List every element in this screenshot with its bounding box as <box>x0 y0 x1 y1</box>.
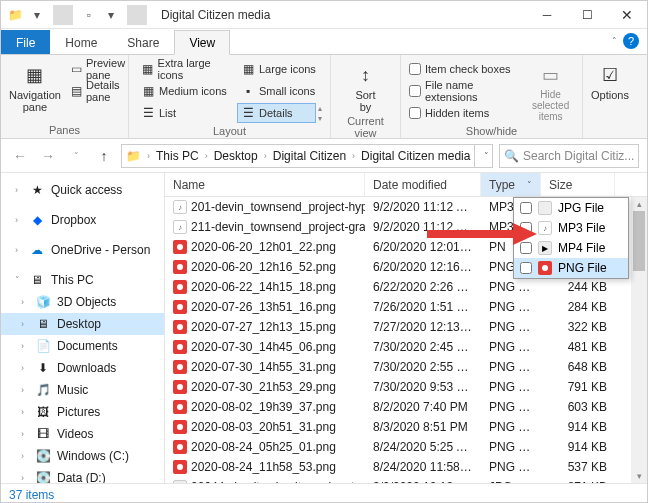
type-filter-dropdown[interactable]: JPG File♪MP3 File▶MP4 FilePNG File <box>513 197 629 279</box>
tab-file[interactable]: File <box>1 30 50 54</box>
file-date: 3/9/2020 10:13 AM <box>365 480 481 483</box>
sidebar-item-videos[interactable]: ›🎞Videos <box>1 423 164 445</box>
up-button[interactable]: ↑ <box>93 145 115 167</box>
help-icon[interactable]: ? <box>623 33 639 49</box>
view-details-button[interactable]: ☰Details <box>237 103 316 123</box>
qat-new-icon[interactable]: ▾ <box>101 5 121 25</box>
file-name: 211-devin_townsend_project-grace.m... <box>191 220 365 234</box>
hide-icon: ▭ <box>539 63 563 87</box>
options-icon: ☑ <box>598 63 622 87</box>
details-pane-button[interactable]: ▤Details pane <box>67 81 132 101</box>
file-row[interactable]: 2020-07-30_21h53_29.png7/30/2020 9:53 PM… <box>165 377 647 397</box>
file-row[interactable]: 2020-07-30_14h55_31.png7/30/2020 2:55 PM… <box>165 357 647 377</box>
minimize-button[interactable]: ─ <box>527 1 567 29</box>
file-type-icon <box>173 380 187 394</box>
file-row[interactable]: 2020-08-02_19h39_37.png8/2/2020 7:40 PMP… <box>165 397 647 417</box>
navigation-tree[interactable]: ›★Quick access ›◆Dropbox ›☁OneDrive - Pe… <box>1 173 165 483</box>
sidebar-item-documents[interactable]: ›📄Documents <box>1 335 164 357</box>
filter-checkbox[interactable] <box>520 262 532 274</box>
filter-option[interactable]: PNG File <box>514 258 628 278</box>
dropdown-icon[interactable]: ˅ <box>527 180 532 190</box>
hide-selected-button[interactable]: ▭ Hide selected items <box>527 59 574 122</box>
view-list-button[interactable]: ☰List <box>137 103 235 123</box>
column-date[interactable]: Date modified <box>365 173 481 196</box>
view-large-button[interactable]: ▦Large icons <box>237 59 322 79</box>
close-button[interactable]: ✕ <box>607 1 647 29</box>
file-size: 481 KB <box>541 340 615 354</box>
tab-view[interactable]: View <box>174 30 230 55</box>
sidebar-item-cdrive[interactable]: ›💽Windows (C:) <box>1 445 164 467</box>
sidebar-item-music[interactable]: ›🎵Music <box>1 379 164 401</box>
file-row[interactable]: 2020-08-03_20h51_31.png8/3/2020 8:51 PMP… <box>165 417 647 437</box>
file-row[interactable]: 2020-08-24_05h25_01.png8/24/2020 5:25 AM… <box>165 437 647 457</box>
sidebar-item-ddrive[interactable]: ›💽Data (D:) <box>1 467 164 483</box>
file-type: PNG File <box>481 300 541 314</box>
file-type-icon <box>173 320 187 334</box>
file-row[interactable]: 2020-07-27_12h13_15.png7/27/2020 12:13 P… <box>165 317 647 337</box>
file-name: 2020-07-30_21h53_29.png <box>191 380 336 394</box>
sidebar-item-pictures[interactable]: ›🖼Pictures <box>1 401 164 423</box>
scroll-thumb[interactable] <box>633 211 645 271</box>
options-button[interactable]: ☑ Options <box>591 59 629 101</box>
file-row[interactable]: 90644-sin-city-sin-city-andquot-gailan..… <box>165 477 647 483</box>
file-extensions-toggle[interactable]: File name extensions <box>409 81 521 101</box>
filter-option[interactable]: JPG File <box>514 198 628 218</box>
sort-by-button[interactable]: ↕ Sort by <box>339 59 392 113</box>
back-button[interactable]: ← <box>9 145 31 167</box>
file-type: PNG File <box>481 280 541 294</box>
column-size[interactable]: Size <box>541 173 615 196</box>
file-type-icon: ♪ <box>173 220 187 234</box>
sidebar-item-this-pc[interactable]: ˅🖥This PC <box>1 269 164 291</box>
qat-dropdown-icon[interactable]: ▾ <box>27 5 47 25</box>
item-checkboxes-toggle[interactable]: Item check boxes <box>409 59 521 79</box>
file-name: 2020-07-27_12h13_15.png <box>191 320 336 334</box>
videos-icon: 🎞 <box>35 426 51 442</box>
tab-home[interactable]: Home <box>50 30 112 54</box>
file-size: 322 KB <box>541 320 615 334</box>
filter-option[interactable]: ♪MP3 File <box>514 218 628 238</box>
filter-checkbox[interactable] <box>520 242 532 254</box>
file-row[interactable]: 2020-07-30_14h45_06.png7/30/2020 2:45 PM… <box>165 337 647 357</box>
view-small-button[interactable]: ▪Small icons <box>237 81 322 101</box>
breadcrumb-item[interactable]: Desktop <box>210 149 262 163</box>
sidebar-item-3d-objects[interactable]: ›🧊3D Objects <box>1 291 164 313</box>
file-row[interactable]: 2020-07-26_13h51_16.png7/26/2020 1:51 PM… <box>165 297 647 317</box>
column-type[interactable]: Type˅ <box>481 173 541 196</box>
column-name[interactable]: Name <box>165 173 365 196</box>
breadcrumb-item[interactable]: Digital Citizen media <box>357 149 474 163</box>
filter-checkbox[interactable] <box>520 222 532 234</box>
view-extra-large-button[interactable]: ▦Extra large icons <box>137 59 235 79</box>
navigation-pane-button[interactable]: ▦ Navigation pane <box>9 59 61 113</box>
file-date: 7/30/2020 2:45 PM <box>365 340 481 354</box>
recent-button[interactable]: ˅ <box>65 145 87 167</box>
filter-option[interactable]: ▶MP4 File <box>514 238 628 258</box>
sidebar-item-quick-access[interactable]: ›★Quick access <box>1 179 164 201</box>
file-row[interactable]: 2020-06-22_14h15_18.png6/22/2020 2:26 PM… <box>165 277 647 297</box>
ribbon-collapse-icon[interactable]: ˄ <box>612 36 617 46</box>
filter-label: MP4 File <box>558 241 605 255</box>
tab-share[interactable]: Share <box>112 30 174 54</box>
file-type: JPG File <box>481 480 541 483</box>
sidebar-item-dropbox[interactable]: ›◆Dropbox <box>1 209 164 231</box>
sidebar-item-onedrive[interactable]: ›☁OneDrive - Person <box>1 239 164 261</box>
view-medium-button[interactable]: ▦Medium icons <box>137 81 235 101</box>
preview-pane-button[interactable]: ▭Preview pane <box>67 59 132 79</box>
breadcrumb-dropdown-icon[interactable]: ˅ <box>475 151 493 161</box>
group-label-showhide: Show/hide <box>409 123 574 137</box>
file-row[interactable]: 2020-08-24_11h58_53.png8/24/2020 11:58 A… <box>165 457 647 477</box>
breadcrumb-item[interactable]: This PC <box>152 149 203 163</box>
maximize-button[interactable]: ☐ <box>567 1 607 29</box>
search-input[interactable]: 🔍 Search Digital Citiz... <box>499 144 639 168</box>
filter-checkbox[interactable] <box>520 202 532 214</box>
breadcrumb-item[interactable]: Digital Citizen <box>269 149 350 163</box>
file-date: 7/26/2020 1:51 PM <box>365 300 481 314</box>
breadcrumb[interactable]: 📁 › This PC› Desktop› Digital Citizen› D… <box>121 144 493 168</box>
qat-properties-icon[interactable]: ▫ <box>79 5 99 25</box>
sidebar-item-downloads[interactable]: ›⬇Downloads <box>1 357 164 379</box>
vertical-scrollbar[interactable]: ▴ ▾ <box>631 197 647 483</box>
file-name: 2020-07-26_13h51_16.png <box>191 300 336 314</box>
sidebar-item-desktop[interactable]: ›🖥Desktop <box>1 313 164 335</box>
hidden-items-toggle[interactable]: Hidden items <box>409 103 521 123</box>
forward-button[interactable]: → <box>37 145 59 167</box>
cloud-icon: ☁ <box>29 242 45 258</box>
